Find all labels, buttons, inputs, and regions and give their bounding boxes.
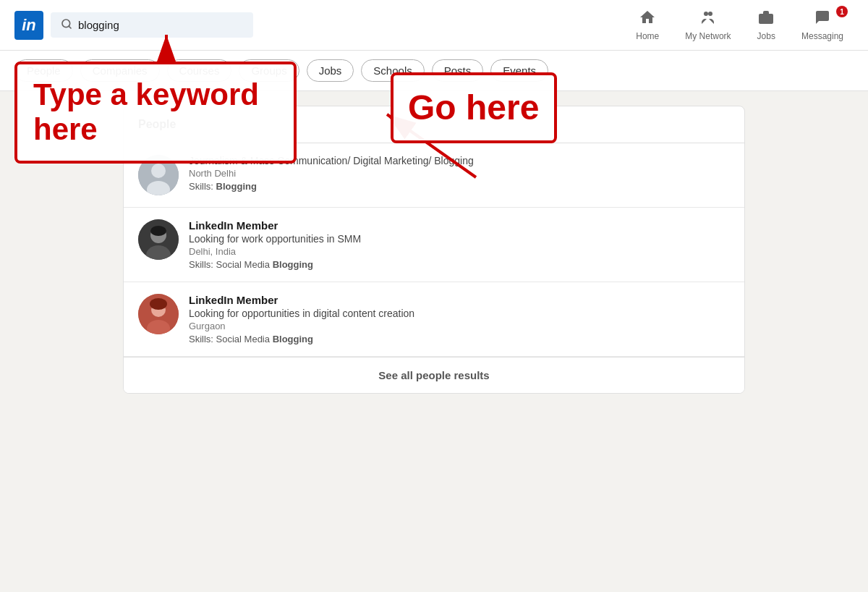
nav-messaging-label: Messaging <box>801 31 843 41</box>
table-row: LinkedIn Member Looking for work opportu… <box>124 208 744 282</box>
nav-jobs[interactable]: Jobs <box>747 3 786 47</box>
svg-point-6 <box>151 164 166 178</box>
network-icon <box>699 9 717 29</box>
nav-network-label: My Network <box>685 31 731 41</box>
svg-point-15 <box>150 298 167 310</box>
svg-point-2 <box>704 12 708 16</box>
result-info: LinkedIn Member Looking for work opportu… <box>189 219 730 270</box>
messaging-icon <box>814 9 831 29</box>
search-icon <box>61 18 72 32</box>
annotation-gohere-box: Go here <box>391 72 557 143</box>
messaging-badge: 1 <box>836 6 848 17</box>
svg-point-3 <box>708 12 712 16</box>
svg-point-11 <box>150 226 166 236</box>
result-name: LinkedIn Member <box>189 219 730 232</box>
linkedin-logo[interactable]: in <box>14 11 43 40</box>
result-info: LinkedIn Member Looking for opportunitie… <box>189 294 730 344</box>
result-headline: Looking for work opportunities in SMM <box>189 233 730 245</box>
annotation-keyword-box: Type a keyword here <box>14 62 297 164</box>
nav-jobs-label: Jobs <box>757 31 775 41</box>
result-location: North Delhi <box>189 168 730 179</box>
table-row: LinkedIn Member Looking for opportunitie… <box>124 282 744 357</box>
header: in Home My Network <box>0 0 868 51</box>
avatar <box>138 219 179 260</box>
result-location: Delhi, India <box>189 246 730 257</box>
search-bar <box>51 12 253 38</box>
nav-messaging[interactable]: 1 Messaging <box>791 3 854 47</box>
nav-home[interactable]: Home <box>626 3 669 47</box>
search-input[interactable] <box>78 19 243 31</box>
home-icon <box>639 9 656 29</box>
result-skills: Skills: Social Media Blogging <box>189 334 730 344</box>
result-location: Gurgaon <box>189 321 730 331</box>
see-all-button[interactable]: See all people results <box>124 357 744 393</box>
jobs-icon <box>757 9 775 29</box>
annotation-keyword-text: Type a keyword here <box>33 77 278 148</box>
nav-home-label: Home <box>636 31 659 41</box>
avatar <box>138 294 179 334</box>
main-nav: Home My Network Jobs 1 Messaging <box>626 3 854 47</box>
annotation-gohere-text: Go here <box>408 87 540 129</box>
result-headline: Looking for opportunities in digital con… <box>189 308 730 319</box>
result-skills: Skills: Social Media Blogging <box>189 259 730 270</box>
result-skills: Skills: Blogging <box>189 181 730 192</box>
svg-line-1 <box>69 26 71 28</box>
filter-jobs[interactable]: Jobs <box>307 59 354 82</box>
result-name: LinkedIn Member <box>189 294 730 306</box>
svg-rect-4 <box>759 14 773 24</box>
nav-network[interactable]: My Network <box>675 3 741 47</box>
